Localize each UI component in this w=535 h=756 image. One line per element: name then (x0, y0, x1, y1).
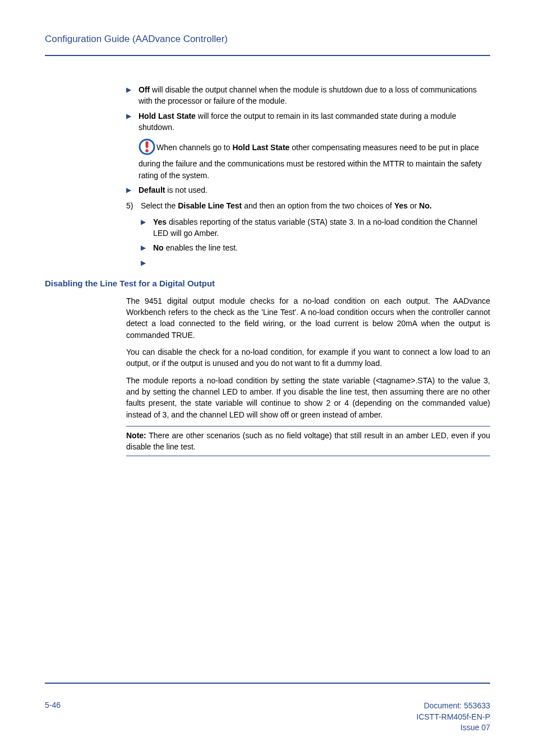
step-bold1: Disable Line Test (178, 201, 242, 210)
step-number: 5) (126, 200, 141, 211)
list-item: ▶ Off will disable the output channel wh… (126, 84, 490, 107)
bullet-label: Yes (153, 217, 167, 226)
step-bold3: No. (419, 201, 432, 210)
numbered-step: 5) Select the Disable Line Test and then… (126, 200, 490, 211)
triangle-right-icon: ▶ (141, 257, 153, 268)
bullet-text: enables the line test. (164, 243, 238, 252)
note-divider-top (126, 426, 490, 426)
list-item: ▶ Yes disables reporting of the status v… (141, 216, 490, 239)
section-heading: Disabling the Line Test for a Digital Ou… (45, 277, 490, 290)
bullet-label: Hold Last State (139, 112, 196, 120)
footer-divider (45, 683, 490, 684)
bullet-label: Default (139, 185, 165, 194)
triangle-right-icon: ▶ (126, 84, 139, 107)
svg-rect-1 (146, 141, 149, 148)
step-mid: and then an option from the two choices … (242, 201, 394, 210)
bullet-text: is not used. (165, 185, 207, 194)
step-bold2: Yes (394, 201, 408, 210)
triangle-right-icon: ▶ (141, 216, 153, 239)
list-item: ▶ (141, 257, 490, 268)
note-block: Note: There are other scenarios (such as… (126, 430, 490, 453)
page-title: Configuration Guide (AADvance Controller… (45, 34, 490, 45)
note-text: There are other scenarios (such as no fi… (126, 431, 490, 451)
list-item: ▶ Hold Last State will force the output … (126, 110, 490, 181)
header-divider (45, 55, 490, 56)
triangle-right-icon: ▶ (126, 110, 139, 181)
triangle-right-icon: ▶ (141, 242, 153, 253)
step-pre: Select the (141, 201, 178, 210)
note-divider-bottom (126, 456, 490, 456)
bullet-text: will disable the output channel when the… (139, 85, 477, 105)
page-number: 5-46 (45, 701, 61, 734)
warning-block: When channels go to Hold Last State othe… (139, 138, 490, 181)
footer-code: ICSTT-RM405f-EN-P (417, 712, 490, 723)
list-item: ▶ No enables the line test. (141, 242, 490, 253)
warning-pre: When channels go to (156, 143, 232, 152)
paragraph: You can disable the check for a no-load … (126, 346, 490, 369)
content-body: ▶ Off will disable the output channel wh… (126, 84, 490, 456)
warning-bold: Hold Last State (232, 143, 289, 152)
note-label: Note: (126, 431, 146, 440)
step-mid2: or (408, 201, 419, 210)
warning-icon (139, 138, 155, 158)
page-footer: 5-46 Document: 553633 ICSTT-RM405f-EN-P … (45, 678, 490, 734)
triangle-right-icon: ▶ (126, 184, 139, 196)
footer-issue: Issue 07 (417, 722, 490, 734)
svg-point-2 (145, 149, 149, 152)
footer-doc: Document: 553633 (417, 701, 490, 712)
list-item: ▶ Default is not used. (126, 184, 490, 196)
bullet-label: Off (139, 85, 150, 94)
paragraph: The module reports a no-load condition b… (126, 375, 490, 420)
bullet-label: No (153, 243, 164, 252)
paragraph: The 9451 digital output module checks fo… (126, 295, 490, 341)
bullet-text: disables reporting of the status variabl… (153, 217, 477, 238)
